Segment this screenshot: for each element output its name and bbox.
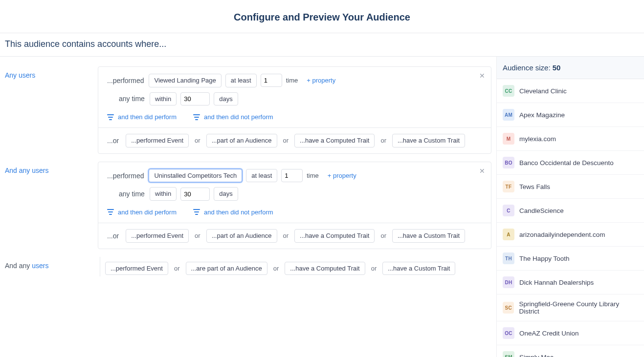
preview-item[interactable]: BOBanco Occidental de Descuento bbox=[497, 151, 644, 175]
window-select[interactable]: within bbox=[150, 92, 177, 106]
or-performed-event[interactable]: ...performed Event bbox=[126, 229, 189, 243]
avatar: BO bbox=[503, 157, 514, 168]
preview-item[interactable]: SMSimply Mac bbox=[497, 345, 644, 357]
add-group-row: And any users ...performed Event or ...a… bbox=[5, 257, 491, 276]
preview-item[interactable]: CCCleveland Clinic bbox=[497, 79, 644, 103]
window-value-input[interactable] bbox=[180, 92, 210, 105]
or-computed-trait[interactable]: ...have a Computed Trait bbox=[294, 134, 375, 147]
comparator-select[interactable]: at least bbox=[225, 74, 257, 87]
preview-item-name: OneAZ Credit Union bbox=[519, 330, 579, 337]
count-input[interactable] bbox=[261, 74, 282, 87]
close-icon[interactable]: ✕ bbox=[479, 167, 485, 175]
then-did-not-perform[interactable]: and then did not perform bbox=[193, 113, 273, 121]
audience-size-header: Audience size: 50 bbox=[497, 57, 644, 79]
filter-icon bbox=[107, 209, 114, 215]
add-group-link[interactable]: users bbox=[32, 262, 48, 270]
preview-item-name: The Happy Tooth bbox=[519, 255, 570, 262]
comparator-select[interactable]: at least bbox=[246, 169, 277, 183]
or-part-of-audience[interactable]: ...part of an Audience bbox=[206, 134, 277, 147]
preview-item-name: Cleveland Clinic bbox=[519, 87, 567, 95]
condition-group: And any users✕...performedUninstalled Co… bbox=[5, 162, 491, 249]
count-input[interactable] bbox=[281, 169, 303, 182]
avatar: TF bbox=[503, 181, 514, 192]
divider bbox=[100, 257, 100, 276]
page-title: Configure and Preview Your Audience bbox=[0, 0, 644, 33]
preview-item-name: Tews Falls bbox=[519, 183, 550, 190]
group-label-link[interactable]: Any users bbox=[5, 71, 35, 79]
or-performed-event[interactable]: ...performed Event bbox=[126, 134, 189, 147]
filter-icon bbox=[193, 209, 200, 215]
ghost-custom-trait[interactable]: ...have a Custom Trait bbox=[382, 262, 455, 275]
preview-item-name: Dick Hannah Dealerships bbox=[519, 279, 594, 286]
ghost-performed-event[interactable]: ...performed Event bbox=[105, 262, 168, 275]
avatar: CC bbox=[503, 85, 514, 97]
window-select[interactable]: within bbox=[150, 187, 177, 201]
ghost-part-of-audience[interactable]: ...are part of an Audience bbox=[186, 262, 267, 275]
event-select[interactable]: Viewed Landing Page bbox=[149, 74, 221, 87]
avatar: C bbox=[503, 205, 514, 216]
preview-item[interactable]: SCSpringfield-Greene County Library Dist… bbox=[497, 294, 644, 321]
or-custom-trait[interactable]: ...have a Custom Trait bbox=[392, 134, 465, 147]
preview-item[interactable]: AMApex Magazine bbox=[497, 103, 644, 127]
avatar: DH bbox=[503, 276, 514, 288]
avatar: M bbox=[503, 133, 514, 145]
filter-icon bbox=[193, 114, 200, 120]
audience-size-value: 50 bbox=[553, 63, 561, 72]
preview-item[interactable]: Aarizonadailyindependent.com bbox=[497, 223, 644, 247]
preview-item[interactable]: THThe Happy Tooth bbox=[497, 247, 644, 271]
preview-item-name: mylexia.com bbox=[519, 135, 556, 143]
avatar: AM bbox=[503, 109, 514, 121]
group-label-link[interactable]: And any users bbox=[5, 167, 49, 174]
condition-card: ✕...performedViewed Landing Pageat least… bbox=[98, 66, 491, 154]
preview-item-name: Springfield-Greene County Library Distri… bbox=[519, 300, 638, 315]
close-icon[interactable]: ✕ bbox=[479, 72, 485, 80]
preview-item-name: Apex Magazine bbox=[519, 111, 565, 119]
preview-item[interactable]: Mmylexia.com bbox=[497, 127, 644, 151]
then-did-perform[interactable]: and then did perform bbox=[107, 209, 177, 216]
preview-sidebar: Audience size: 50 CCCleveland ClinicAMAp… bbox=[496, 57, 644, 357]
then-did-perform[interactable]: and then did perform bbox=[107, 113, 177, 121]
window-unit-select[interactable]: days bbox=[214, 187, 238, 201]
avatar: SM bbox=[503, 351, 514, 357]
preview-item[interactable]: DHDick Hannah Dealerships bbox=[497, 271, 644, 294]
add-group-label: And any users bbox=[5, 257, 92, 276]
ghost-computed-trait[interactable]: ...have a Computed Trait bbox=[285, 262, 365, 275]
window-value-input[interactable] bbox=[180, 188, 210, 201]
preview-item[interactable]: TFTews Falls bbox=[497, 175, 644, 199]
preview-list: CCCleveland ClinicAMApex MagazineMmylexi… bbox=[497, 79, 644, 357]
group-label: Any users bbox=[5, 66, 92, 154]
builder-panel: Any users✕...performedViewed Landing Pag… bbox=[0, 57, 496, 357]
filter-icon bbox=[107, 114, 114, 120]
or-custom-trait[interactable]: ...have a Custom Trait bbox=[392, 229, 465, 243]
preview-item-name: Simply Mac bbox=[519, 354, 554, 357]
subtitle: This audience contains accounts where... bbox=[0, 33, 644, 57]
group-label: And any users bbox=[5, 162, 92, 249]
add-property-link[interactable]: + property bbox=[328, 172, 356, 179]
avatar: SC bbox=[503, 302, 514, 314]
avatar: OC bbox=[503, 327, 514, 339]
or-part-of-audience[interactable]: ...part of an Audience bbox=[206, 229, 277, 243]
condition-group: Any users✕...performedViewed Landing Pag… bbox=[5, 66, 491, 154]
event-select[interactable]: Uninstalled Competitors Tech bbox=[149, 169, 242, 183]
preview-item-name: Banco Occidental de Descuento bbox=[519, 159, 614, 167]
condition-card: ✕...performedUninstalled Competitors Tec… bbox=[98, 162, 491, 249]
avatar: TH bbox=[503, 252, 514, 264]
preview-item-name: arizonadailyindependent.com bbox=[519, 231, 605, 238]
or-computed-trait[interactable]: ...have a Computed Trait bbox=[294, 229, 375, 243]
then-did-not-perform[interactable]: and then did not perform bbox=[193, 209, 273, 216]
preview-item[interactable]: OCOneAZ Credit Union bbox=[497, 321, 644, 345]
preview-item-name: CandleScience bbox=[519, 207, 564, 214]
preview-item[interactable]: CCandleScience bbox=[497, 199, 644, 223]
avatar: A bbox=[503, 229, 514, 240]
add-property-link[interactable]: + property bbox=[307, 77, 335, 84]
window-unit-select[interactable]: days bbox=[214, 92, 238, 106]
